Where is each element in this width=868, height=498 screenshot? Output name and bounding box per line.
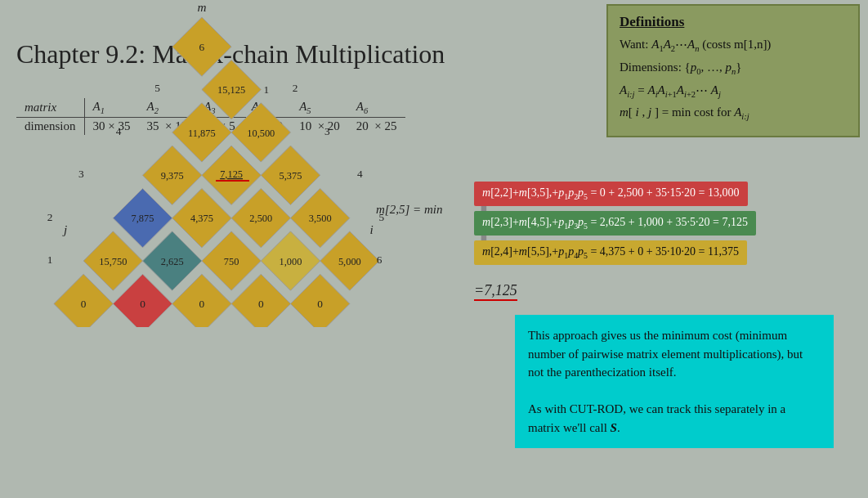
svg-text:j: j xyxy=(62,222,67,236)
result-value: =7,125 xyxy=(474,282,517,301)
def-line-2: Dimensions: {p0, …, pn} xyxy=(620,58,847,79)
svg-text:15,750: 15,750 xyxy=(99,256,127,267)
svg-text:6: 6 xyxy=(377,253,383,266)
svg-text:15,125: 15,125 xyxy=(217,84,245,96)
result-underlined: =7,125 xyxy=(474,282,517,301)
svg-text:6: 6 xyxy=(199,41,205,53)
info-box: This approach gives us the minimum cost … xyxy=(515,315,834,448)
svg-text:750: 750 xyxy=(224,256,239,267)
svg-text:5,375: 5,375 xyxy=(280,170,302,182)
svg-text:5,000: 5,000 xyxy=(338,256,361,267)
svg-text:7,125: 7,125 xyxy=(220,168,243,180)
equation-box-3: m[2,4]+m[5,5],+p1p4p5 = 4,375 + 0 + 35·1… xyxy=(474,240,747,265)
svg-text:4: 4 xyxy=(357,168,363,180)
svg-text:0: 0 xyxy=(140,298,145,310)
svg-text:4: 4 xyxy=(116,125,122,137)
info-para-2: As with CUT-ROD, we can track this separ… xyxy=(528,400,821,437)
svg-text:7,875: 7,875 xyxy=(132,213,154,224)
svg-text:2,625: 2,625 xyxy=(161,256,184,267)
def-line-3: Ai:j = AiAi+1Ai+2⋯ Aj xyxy=(620,81,847,101)
svg-text:1: 1 xyxy=(264,83,270,96)
svg-text:2,500: 2,500 xyxy=(249,213,272,224)
svg-text:m: m xyxy=(197,0,206,14)
min-equation-label: m[2,5] = min xyxy=(376,203,442,217)
svg-text:0: 0 xyxy=(258,298,264,310)
definitions-heading: Definitions xyxy=(620,14,847,30)
svg-text:0: 0 xyxy=(81,298,87,310)
svg-text:11,875: 11,875 xyxy=(188,128,216,139)
svg-text:9,375: 9,375 xyxy=(161,170,184,182)
equation-box-2: m[2,3]+m[4,5],+p1p3p5 = 2,625 + 1,000 + … xyxy=(474,211,756,236)
svg-text:2: 2 xyxy=(47,211,53,223)
svg-text:4,375: 4,375 xyxy=(190,213,213,224)
definitions-box: Definitions Want: A1A2⋯An (costs m[1,n])… xyxy=(606,4,860,137)
info-para-1: This approach gives us the minimum cost … xyxy=(528,326,821,382)
svg-text:2: 2 xyxy=(293,82,298,94)
def-line-4: m[ i , j ] = min cost for Ai:j xyxy=(620,103,847,123)
svg-text:10,500: 10,500 xyxy=(247,128,275,139)
def-line-1: Want: A1A2⋯An (costs m[1,n]) xyxy=(620,35,847,56)
diamond-diagram: 0 0 0 0 0 15,750 2,625 750 1,000 5,000 7… xyxy=(0,0,400,327)
svg-text:3: 3 xyxy=(78,168,84,180)
svg-text:0: 0 xyxy=(199,298,205,310)
svg-text:3: 3 xyxy=(324,125,330,137)
svg-text:3,500: 3,500 xyxy=(309,213,332,224)
svg-text:0: 0 xyxy=(317,298,323,310)
svg-text:i: i xyxy=(369,222,373,236)
equation-box-1: m[2,2]+m[3,5],+p1p2p5 = 0 + 2,500 + 35·1… xyxy=(474,182,748,206)
svg-text:1: 1 xyxy=(47,253,53,266)
svg-text:5: 5 xyxy=(154,82,160,94)
svg-text:1,000: 1,000 xyxy=(280,256,302,267)
